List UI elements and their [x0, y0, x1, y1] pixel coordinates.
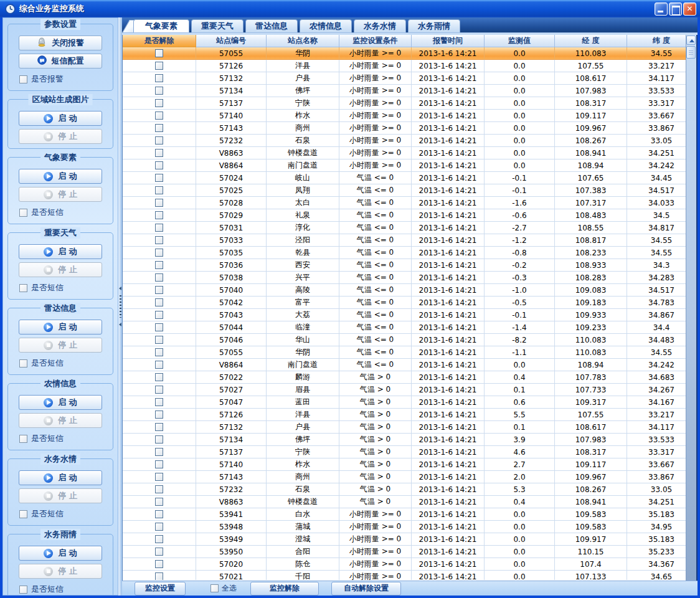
- row-checkbox[interactable]: [155, 460, 163, 468]
- row-checkbox[interactable]: [155, 149, 163, 157]
- table-row[interactable]: 53950合阳小时雨量 >= 02013-1-6 14:210.0110.153…: [123, 546, 696, 558]
- row-checkbox[interactable]: [155, 523, 163, 531]
- vertical-scrollbar[interactable]: [686, 35, 696, 581]
- table-row[interactable]: 57126洋县小时雨量 >= 02013-1-6 14:210.0107.553…: [123, 60, 696, 72]
- row-checkbox[interactable]: [155, 548, 163, 556]
- column-header-3[interactable]: 监控设置条件: [339, 35, 412, 47]
- alarm-bell-button[interactable]: 关闭报警: [19, 36, 102, 50]
- table-row[interactable]: 57022麟游气温 > 02013-1-6 14:210.4107.78334.…: [123, 371, 696, 384]
- group-checkbox[interactable]: [19, 510, 27, 518]
- column-header-0[interactable]: 是否解除: [123, 35, 196, 47]
- minimize-button[interactable]: [655, 2, 668, 16]
- maximize-button[interactable]: [669, 2, 682, 16]
- row-checkbox[interactable]: [155, 49, 163, 57]
- row-checkbox[interactable]: [155, 560, 163, 568]
- tab-3[interactable]: 农情信息: [300, 19, 352, 32]
- row-checkbox[interactable]: [155, 124, 163, 132]
- table-row[interactable]: 57044临潼气温 <= 02013-1-6 14:21-1.4109.2333…: [123, 321, 696, 334]
- row-checkbox[interactable]: [155, 361, 163, 369]
- table-row[interactable]: 57033泾阳气温 <= 02013-1-6 14:21-1.2108.8173…: [123, 234, 696, 247]
- row-checkbox[interactable]: [155, 112, 163, 120]
- row-checkbox[interactable]: [155, 261, 163, 269]
- collapse-left-icon[interactable]: [119, 287, 121, 290]
- table-row[interactable]: 57143商州小时雨量 >= 02013-1-6 14:210.0109.967…: [123, 122, 696, 135]
- table-row[interactable]: 57038兴平气温 <= 02013-1-6 14:21-0.3108.2833…: [123, 272, 696, 284]
- tab-1[interactable]: 重要天气: [191, 19, 244, 32]
- row-checkbox[interactable]: [155, 448, 163, 456]
- table-row[interactable]: 57055华阴小时雨量 >= 02013-1-6 14:210.0110.083…: [123, 47, 696, 60]
- table-row[interactable]: 57143商州气温 > 02013-1-6 14:212.0109.96733.…: [123, 471, 696, 483]
- row-checkbox[interactable]: [155, 373, 163, 381]
- row-checkbox[interactable]: [155, 298, 163, 306]
- row-checkbox[interactable]: [155, 411, 163, 419]
- monitor-release-button[interactable]: 监控解除: [250, 582, 319, 596]
- column-header-2[interactable]: 站点名称: [267, 35, 339, 47]
- stop-button[interactable]: 停 止: [19, 338, 102, 353]
- row-checkbox[interactable]: [155, 498, 163, 506]
- start-button[interactable]: 启 动: [19, 169, 102, 184]
- row-checkbox[interactable]: [155, 535, 163, 543]
- row-checkbox[interactable]: [155, 249, 163, 257]
- row-checkbox[interactable]: [155, 199, 163, 207]
- table-row[interactable]: 57132户县气温 > 02013-1-6 14:210.1108.61734.…: [123, 421, 696, 434]
- table-row[interactable]: 57021千阳小时雨量 >= 02013-1-6 14:210.0107.133…: [123, 571, 696, 580]
- group-checkbox[interactable]: [19, 284, 27, 292]
- group-checkbox[interactable]: [19, 435, 27, 443]
- start-button[interactable]: 启 动: [19, 111, 102, 126]
- row-checkbox[interactable]: [155, 161, 163, 169]
- table-row[interactable]: V8864南门盘道气温 <= 02013-1-6 14:210.0108.943…: [123, 359, 696, 371]
- table-row[interactable]: 57035乾县气温 <= 02013-1-6 14:21-0.8108.2333…: [123, 247, 696, 259]
- tab-2[interactable]: 雷达信息: [245, 19, 298, 32]
- stop-button[interactable]: 停 止: [19, 564, 102, 579]
- tab-0[interactable]: 气象要素: [133, 19, 189, 32]
- stop-button[interactable]: 停 止: [19, 488, 102, 503]
- row-checkbox[interactable]: [155, 236, 163, 244]
- row-checkbox[interactable]: [155, 211, 163, 219]
- row-checkbox[interactable]: [155, 174, 163, 182]
- row-checkbox[interactable]: [155, 485, 163, 493]
- stop-button[interactable]: 停 止: [19, 262, 102, 277]
- table-row[interactable]: 57132户县小时雨量 >= 02013-1-6 14:210.0108.617…: [123, 72, 696, 85]
- start-button[interactable]: 启 动: [19, 546, 102, 561]
- table-row[interactable]: V8863钟楼盘道小时雨量 >= 02013-1-6 14:210.0108.9…: [123, 147, 696, 159]
- column-header-1[interactable]: 站点编号: [196, 35, 267, 47]
- start-button[interactable]: 启 动: [19, 320, 102, 335]
- table-row[interactable]: 57028太白气温 <= 02013-1-6 14:21-1.6107.3173…: [123, 197, 696, 209]
- row-checkbox[interactable]: [155, 62, 163, 70]
- sms-config-button[interactable]: 短信配置: [19, 54, 102, 69]
- table-row[interactable]: 57055华阴气温 <= 02013-1-6 14:21-1.1110.0833…: [123, 346, 696, 359]
- group-checkbox[interactable]: [19, 359, 27, 368]
- table-row[interactable]: 53941白水小时雨量 >= 02013-1-6 14:210.0109.583…: [123, 508, 696, 521]
- row-checkbox[interactable]: [155, 398, 163, 406]
- row-checkbox[interactable]: [155, 286, 163, 294]
- row-checkbox[interactable]: [155, 74, 163, 82]
- select-all-checkbox[interactable]: [210, 584, 219, 592]
- tab-5[interactable]: 水务雨情: [408, 19, 460, 32]
- table-row[interactable]: 57126洋县气温 > 02013-1-6 14:215.5107.5533.2…: [123, 409, 696, 421]
- start-button[interactable]: 启 动: [19, 244, 102, 259]
- column-header-6[interactable]: 经 度: [555, 35, 627, 47]
- table-row[interactable]: 57042富平气温 <= 02013-1-6 14:21-0.5109.1833…: [123, 297, 696, 309]
- row-checkbox[interactable]: [155, 348, 163, 356]
- splitter-grip[interactable]: [120, 295, 121, 318]
- table-row[interactable]: 57031淳化气温 <= 02013-1-6 14:21-2.7108.5534…: [123, 222, 696, 234]
- row-checkbox[interactable]: [155, 311, 163, 319]
- group-checkbox[interactable]: [19, 209, 27, 217]
- start-button[interactable]: 启 动: [19, 470, 102, 485]
- table-row[interactable]: 57232石泉小时雨量 >= 02013-1-6 14:210.0108.267…: [123, 135, 696, 147]
- table-row[interactable]: 57137宁陕气温 > 02013-1-6 14:214.6108.31733.…: [123, 446, 696, 458]
- table-row[interactable]: 57036西安气温 <= 02013-1-6 14:21-0.2108.9333…: [123, 259, 696, 272]
- monitor-set-button[interactable]: 监控设置: [135, 582, 186, 596]
- table-row[interactable]: V8864南门盘道小时雨量 >= 02013-1-6 14:210.0108.9…: [123, 159, 696, 172]
- group-checkbox[interactable]: [19, 586, 27, 594]
- scrollbar-thumb[interactable]: [686, 46, 696, 59]
- table-row[interactable]: 57020陈仓小时雨量 >= 02013-1-6 14:210.0107.434…: [123, 558, 696, 571]
- auto-release-button[interactable]: 自动解除设置: [331, 582, 401, 596]
- row-checkbox[interactable]: [155, 224, 163, 232]
- scrollbar-track[interactable]: [686, 35, 696, 581]
- row-checkbox[interactable]: [155, 510, 163, 518]
- table-row[interactable]: 57040高陵气温 <= 02013-1-6 14:21-1.0109.0833…: [123, 284, 696, 297]
- table-row[interactable]: V8863钟楼盘道气温 > 02013-1-6 14:210.4108.9413…: [123, 496, 696, 508]
- row-checkbox[interactable]: [155, 435, 163, 444]
- row-checkbox[interactable]: [155, 186, 163, 194]
